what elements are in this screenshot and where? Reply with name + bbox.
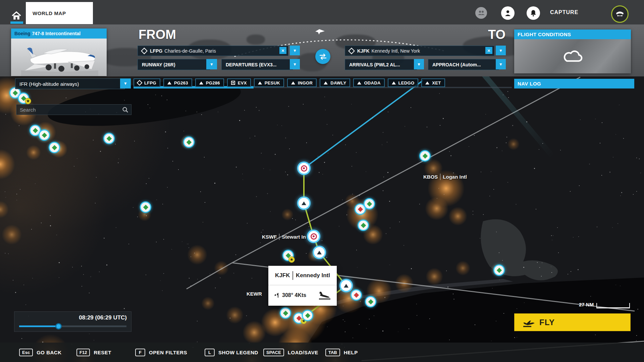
airport-marker[interactable]	[493, 264, 505, 276]
airport-marker[interactable]	[49, 142, 60, 153]
shortcut-help[interactable]: TAB HELP	[325, 343, 358, 362]
departures-select[interactable]: DEPARTURES (EVX3...	[221, 59, 293, 70]
route-vor-marker[interactable]	[307, 230, 320, 243]
shortcut-go-back[interactable]: Esc GO BACK	[19, 343, 61, 362]
approach-select[interactable]: APPROACH (Autom...	[428, 59, 499, 70]
approach-value: APPROACH (Autom...	[432, 62, 481, 67]
notifications-button[interactable]	[527, 6, 540, 20]
airport-diamond-icon	[358, 206, 363, 212]
pilot-avatar[interactable]	[611, 5, 629, 23]
from-clear-button[interactable]: ×	[279, 47, 286, 54]
airport-marker[interactable]	[364, 198, 375, 209]
approach-dropdown-button[interactable]: ▼	[496, 59, 506, 69]
from-title: FROM	[139, 27, 176, 42]
arrivals-select[interactable]: ARRIVALS (PWL2 AL...	[345, 59, 417, 70]
square-icon	[231, 81, 235, 85]
arrivals-value: ARRIVALS (PWL2 AL...	[349, 62, 400, 67]
route-mode-select[interactable]: IFR (High-altitude airways)	[15, 78, 125, 89]
route-mode-dropdown-button[interactable]: ▼	[120, 78, 131, 88]
aircraft-card[interactable]: Boeing 747-8 Intercontinental	[11, 28, 107, 76]
waypoint-chip-dawly[interactable]: DAWLY	[320, 78, 350, 87]
airport-diamond-icon	[141, 48, 148, 54]
airport-marker[interactable]	[280, 307, 291, 319]
airport-diamond-icon	[12, 90, 18, 96]
time-slider-track[interactable]	[19, 325, 126, 327]
flight-conditions-header: FLIGHT CONDITIONS	[514, 29, 631, 39]
airport-marker[interactable]	[103, 133, 115, 144]
to-clear-button[interactable]: ×	[485, 47, 492, 54]
popup-info-row: 308° 4Kts	[268, 285, 337, 305]
search-input[interactable]	[16, 107, 122, 113]
label-divider	[440, 174, 440, 180]
key-cap: Esc	[19, 349, 33, 356]
friends-button[interactable]	[475, 7, 487, 19]
tab-world-map[interactable]: WORLD MAP	[26, 2, 93, 24]
airport-marker[interactable]	[183, 136, 195, 148]
route-waypoint-marker[interactable]	[297, 196, 311, 210]
waypoint-chip-evx[interactable]: EVX	[227, 78, 251, 87]
waypoint-chip-ledgo[interactable]: LEDGO	[388, 78, 419, 87]
friends-icon	[478, 10, 485, 16]
flight-conditions-panel[interactable]: FLIGHT CONDITIONS	[514, 29, 631, 73]
profile-button[interactable]	[501, 6, 515, 20]
from-airport-dropdown-button[interactable]: ▼	[290, 46, 300, 55]
waypoint-label: PESUK	[265, 80, 280, 85]
airport-marker[interactable]	[39, 129, 50, 141]
airport-marker[interactable]	[351, 289, 362, 301]
airport-diamond-icon	[496, 267, 502, 273]
waypoint-chip-odada[interactable]: ODADA	[353, 78, 384, 87]
airport-marker[interactable]	[358, 220, 369, 231]
fly-label: FLY	[539, 318, 555, 327]
from-airport-name: Charles-de-Gaulle, Paris	[164, 48, 216, 54]
time-panel: 08:29 (06:29 UTC)	[14, 311, 131, 332]
triangle-icon	[167, 81, 171, 84]
world-map-screen: ★ ★ ★ KBOS Logan Intl KSWF Stewart In KE…	[0, 0, 644, 362]
waypoint-chip-pg286[interactable]: PG286	[195, 78, 224, 87]
swap-from-to-button[interactable]	[315, 49, 330, 64]
arrivals-dropdown-button[interactable]: ▼	[414, 59, 424, 69]
airport-name: Logan Intl	[443, 174, 467, 180]
airport-diamond-icon	[186, 139, 192, 145]
waypoint-triangle-icon	[344, 284, 348, 288]
shortcut-open-filters[interactable]: F OPEN FILTERS	[135, 343, 187, 362]
popup-divider	[292, 271, 293, 280]
route-vor-marker[interactable]	[297, 162, 311, 175]
to-airport-field[interactable]: KJFK Kennedy Intl, New York	[345, 46, 494, 56]
from-airport-field[interactable]: LFPG Charles-de-Gaulle, Paris	[138, 46, 288, 56]
waypoint-label: XET	[432, 80, 441, 85]
waypoint-chip-pesuk[interactable]: PESUK	[254, 78, 284, 87]
route-waypoint-marker[interactable]	[313, 246, 326, 259]
scale-label: 27 NM	[579, 302, 594, 307]
time-slider-fill	[19, 325, 59, 327]
waypoint-chip-pg263[interactable]: PG263	[163, 78, 192, 87]
waypoint-chip-xet[interactable]: XET	[421, 78, 445, 87]
shortcut-load-save[interactable]: SPACE LOAD/SAVE	[263, 343, 318, 362]
shortcut-show-legend[interactable]: L SHOW LEGEND	[205, 343, 258, 362]
airport-marker[interactable]	[140, 201, 151, 213]
capture-button[interactable]: CAPTURE	[550, 9, 578, 15]
triangle-icon	[291, 81, 295, 84]
waypoint-chip-ingor[interactable]: INGOR	[287, 78, 317, 87]
waypoint-label: PG286	[206, 80, 220, 85]
airport-marker[interactable]	[365, 296, 376, 307]
shortcut-reset[interactable]: F12 RESET	[76, 343, 111, 362]
waypoint-label: LEDGO	[398, 80, 415, 85]
waypoint-chip-lfpg[interactable]: LFPG	[133, 78, 160, 87]
time-slider-knob[interactable]	[55, 323, 62, 329]
nav-log-button[interactable]: NAV LOG	[514, 79, 634, 88]
key-cap: L	[205, 349, 215, 356]
route-waypoint-marker[interactable]	[339, 279, 353, 292]
flight-conditions-title: FLIGHT CONDITIONS	[518, 32, 571, 37]
airport-marker[interactable]	[419, 150, 431, 162]
runway-dropdown-button[interactable]: ▼	[206, 59, 217, 69]
home-icon[interactable]	[11, 11, 21, 20]
departures-dropdown-button[interactable]: ▼	[290, 59, 300, 69]
fly-button[interactable]: FLY	[514, 313, 631, 331]
to-airport-dropdown-button[interactable]: ▼	[496, 46, 506, 55]
waypoint-label: PG263	[174, 80, 188, 85]
airport-diamond-icon	[52, 145, 57, 150]
runway-select[interactable]: RUNWAY (26R)	[138, 59, 210, 70]
airport-marker[interactable]	[302, 310, 313, 321]
shortcut-bar: Esc GO BACK F12 RESET F OPEN FILTERS L S…	[0, 343, 644, 362]
nav-log-title: NAV LOG	[518, 81, 541, 86]
